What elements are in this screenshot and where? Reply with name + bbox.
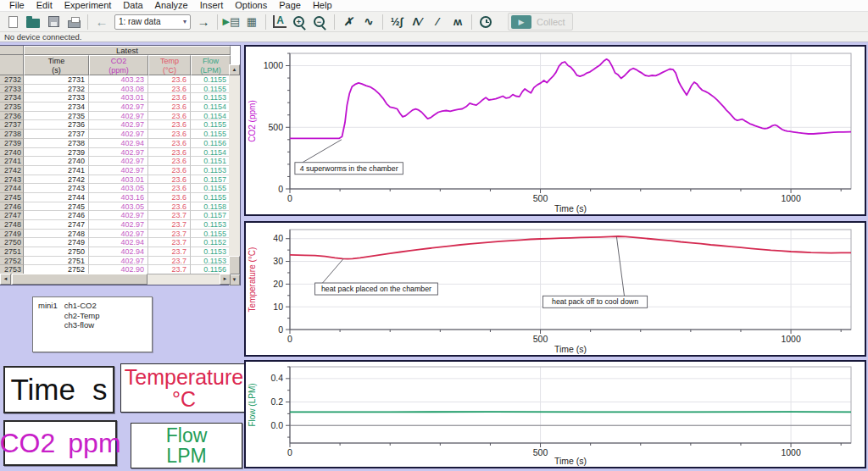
cell-temp[interactable]: 23.7	[148, 247, 191, 257]
cell-co2[interactable]: 402.97	[89, 220, 148, 230]
cell-time[interactable]: 2731	[24, 75, 89, 85]
cell-time[interactable]: 2745	[24, 202, 89, 212]
cell-time[interactable]: 2742	[24, 175, 89, 185]
cell-flow[interactable]: 0.1154	[191, 148, 231, 158]
cell-flow[interactable]: 0.1154	[191, 103, 231, 112]
menu-item-experiment[interactable]: Experiment	[58, 0, 118, 11]
collect-button[interactable]: ▶ Collect	[508, 13, 573, 30]
cell-time[interactable]: 2733	[24, 93, 89, 103]
horizontal-scroll-thumb[interactable]	[12, 274, 147, 285]
cell-flow[interactable]: 0.1154	[191, 112, 231, 121]
open-file-button[interactable]	[24, 13, 42, 30]
cell-temp[interactable]: 23.7	[148, 257, 191, 266]
cell-time[interactable]: 2737	[24, 130, 89, 139]
cell-co2[interactable]: 403.05	[89, 184, 148, 193]
calculator-button[interactable]: ▦	[242, 13, 261, 30]
scroll-left-button[interactable]: ◄	[0, 274, 11, 285]
cell-time[interactable]: 2739	[24, 148, 89, 158]
sensor-info-textbox[interactable]: mini1 ch1-CO2ch2-Tempch3-flow	[32, 296, 153, 352]
column-header-co2[interactable]: CO2(ppm)	[89, 55, 148, 75]
cell-temp[interactable]: 23.6	[148, 193, 191, 202]
cell-time[interactable]: 2744	[24, 193, 89, 202]
menu-item-data[interactable]: Data	[117, 0, 148, 11]
cell-temp[interactable]: 23.6	[148, 93, 191, 103]
curve-fit-button[interactable]: Λ∕	[408, 13, 426, 30]
cell-co2[interactable]: 402.97	[89, 211, 148, 220]
cell-co2[interactable]: 402.94	[89, 238, 148, 247]
cell-time[interactable]: 2740	[24, 157, 89, 166]
column-header-temp[interactable]: Temp(°C)	[148, 55, 191, 75]
cell-temp[interactable]: 23.6	[148, 85, 191, 94]
cell-time[interactable]: 2748	[24, 230, 89, 239]
cell-temp[interactable]: 23.7	[148, 211, 191, 220]
cell-flow[interactable]: 0.1155	[191, 230, 231, 239]
cell-flow[interactable]: 0.1156	[191, 139, 231, 148]
cell-temp[interactable]: 23.6	[148, 148, 191, 158]
cell-time[interactable]: 2741	[24, 166, 89, 175]
column-header-flow[interactable]: Flow(LPM)	[191, 55, 231, 75]
cell-co2[interactable]: 403.16	[89, 193, 148, 202]
cell-temp[interactable]: 23.6	[148, 202, 191, 212]
save-button[interactable]	[44, 13, 63, 30]
cell-temp[interactable]: 23.7	[148, 230, 191, 239]
column-header-time[interactable]: Time(s)	[24, 55, 89, 75]
cell-co2[interactable]: 402.94	[89, 139, 148, 148]
data-collection-button[interactable]	[476, 13, 495, 30]
cell-temp[interactable]: 23.6	[148, 157, 191, 166]
menu-item-analyze[interactable]: Analyze	[149, 0, 194, 11]
cell-time[interactable]: 2749	[24, 238, 89, 247]
cell-temp[interactable]: 23.7	[148, 220, 191, 230]
cell-time[interactable]: 2746	[24, 211, 89, 220]
cell-flow[interactable]: 0.1151	[191, 157, 231, 166]
cell-flow[interactable]: 0.1153	[191, 166, 231, 175]
next-run-button[interactable]: →	[194, 13, 213, 30]
cell-co2[interactable]: 402.97	[89, 120, 148, 130]
cell-temp[interactable]: 23.6	[148, 130, 191, 139]
cell-co2[interactable]: 402.94	[89, 247, 148, 257]
cell-co2[interactable]: 403.23	[89, 75, 148, 85]
cell-flow[interactable]: 0.1153	[191, 220, 231, 230]
cell-co2[interactable]: 402.97	[89, 148, 148, 158]
cell-co2[interactable]: 402.97	[89, 112, 148, 121]
menu-item-edit[interactable]: Edit	[31, 0, 58, 11]
cell-flow[interactable]: 0.1158	[191, 202, 231, 212]
new-file-button[interactable]	[3, 13, 22, 30]
cell-temp[interactable]: 23.7	[148, 238, 191, 247]
cell-co2[interactable]: 403.08	[89, 85, 148, 94]
menu-item-help[interactable]: Help	[307, 0, 338, 11]
cell-co2[interactable]: 402.97	[89, 130, 148, 139]
cell-flow[interactable]: 0.1155	[191, 85, 231, 94]
cell-time[interactable]: 2751	[24, 257, 89, 266]
linear-fit-button[interactable]: ∕	[428, 13, 447, 30]
integral-button[interactable]: ½∫	[387, 13, 406, 30]
cell-temp[interactable]: 23.6	[148, 139, 191, 148]
examine-button[interactable]: ✗	[339, 13, 358, 30]
cell-temp[interactable]: 23.6	[148, 175, 191, 185]
cell-temp[interactable]: 23.6	[148, 103, 191, 112]
data-table[interactable]: Latest Time(s)CO2(ppm)Temp(°C)Flow(LPM) …	[0, 45, 241, 285]
cell-time[interactable]: 2735	[24, 112, 89, 121]
co2-graph[interactable]: 05001000050010004 superworms in the cham…	[246, 47, 865, 214]
cell-flow[interactable]: 0.1153	[191, 247, 231, 257]
table-vertical-scrollbar[interactable]: ▲ ▼	[229, 75, 240, 274]
cell-co2[interactable]: 402.97	[89, 103, 148, 112]
cell-flow[interactable]: 0.1157	[191, 211, 231, 220]
previous-run-button[interactable]: ←	[92, 13, 111, 30]
cell-flow[interactable]: 0.1155	[191, 130, 231, 139]
time-label-box[interactable]: Time s	[3, 366, 114, 413]
flow-label-box[interactable]: Flow LPM	[131, 423, 242, 468]
cell-time[interactable]: 2736	[24, 120, 89, 130]
cell-time[interactable]: 2743	[24, 184, 89, 193]
cell-time[interactable]: 2732	[24, 85, 89, 94]
cell-co2[interactable]: 402.97	[89, 257, 148, 266]
flow-graph[interactable]: 050010000.00.20.4Time (s)Flow (LPM)	[246, 362, 865, 467]
cell-flow[interactable]: 0.1155	[191, 193, 231, 202]
scroll-right-button[interactable]: ►	[220, 274, 231, 285]
scroll-up-button[interactable]: ▲	[229, 64, 240, 75]
cell-temp[interactable]: 23.6	[148, 120, 191, 130]
cell-time[interactable]: 2738	[24, 139, 89, 148]
cell-time[interactable]: 2750	[24, 247, 89, 257]
menu-item-options[interactable]: Options	[229, 0, 273, 11]
autoscale-button[interactable]: A	[270, 13, 289, 30]
vertical-scroll-thumb[interactable]	[229, 256, 240, 274]
